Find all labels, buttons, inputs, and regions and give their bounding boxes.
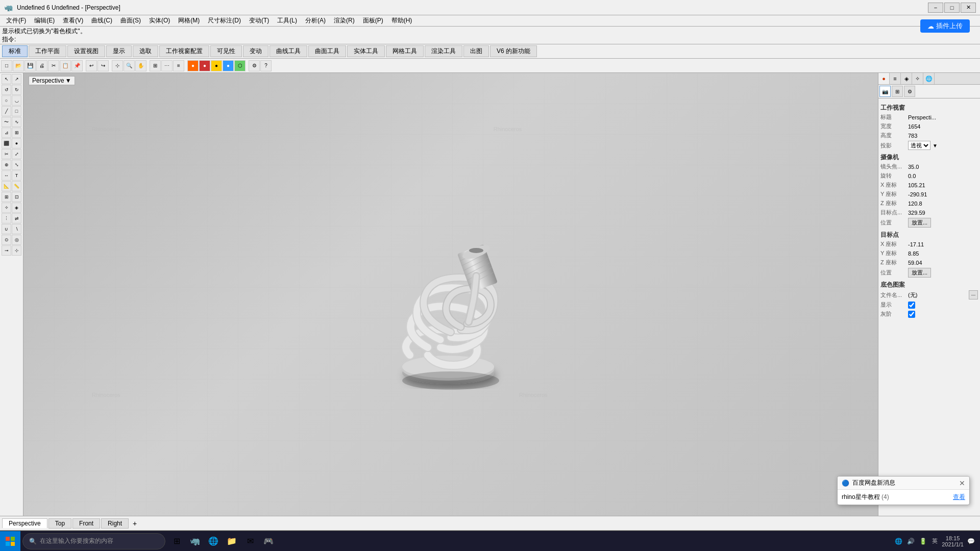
toolbar-tab-6[interactable]: 可见性 [210, 45, 242, 57]
analyze-tool[interactable]: 📐 [2, 181, 11, 191]
zoom-icon[interactable]: 🔍 [124, 60, 135, 71]
toolbar-tab-1[interactable]: 工作平面 [29, 45, 66, 57]
detail-tool[interactable]: ⊸ [2, 245, 11, 256]
circle-tool[interactable]: ○ [2, 95, 11, 106]
mirror-tool[interactable]: ⇌ [12, 213, 21, 223]
text-tool[interactable]: T [12, 170, 21, 181]
taskbar-explorer[interactable]: 📁 [223, 532, 241, 550]
toolbar-tab-5[interactable]: 工作视窗配置 [159, 45, 209, 57]
spline-tool[interactable]: ∿ [12, 117, 21, 127]
paste-icon[interactable]: 📌 [71, 60, 83, 71]
trim-tool[interactable]: ✂ [2, 149, 11, 159]
toolbar-tab-2[interactable]: 设置视图 [67, 45, 105, 57]
add-viewport-button[interactable]: + [130, 518, 140, 529]
toolbar-tab-10[interactable]: 实体工具 [347, 45, 385, 57]
line-tool[interactable]: ╱ [2, 106, 11, 116]
menu-item-变动T[interactable]: 变动(T) [245, 15, 273, 26]
toolbar-tab-12[interactable]: 渲染工具 [425, 45, 462, 57]
taskbar-steam[interactable]: 🎮 [259, 532, 278, 550]
menu-item-渲染R[interactable]: 渲染(R) [330, 15, 359, 26]
viewport[interactable]: Rhinoceros Rhinoceros Rhinoceros Rhinoce… [23, 73, 878, 516]
misc2-icon[interactable]: ? [260, 60, 272, 71]
menu-item-面板P[interactable]: 面板(P) [359, 15, 387, 26]
rp-display-checkbox[interactable] [908, 302, 915, 309]
rp-grid-icon[interactable]: ⊞ [892, 86, 903, 97]
menu-item-编辑E[interactable]: 编辑(E) [30, 15, 59, 26]
maximize-button[interactable]: □ [944, 3, 960, 13]
rp-tab-layer[interactable]: ≡ [890, 73, 901, 84]
extend-tool[interactable]: ⤢ [12, 149, 21, 159]
rotate2d-tool[interactable]: ↺ [2, 85, 11, 95]
new-icon[interactable]: □ [1, 60, 12, 71]
zoom-ext-tool[interactable]: ⊙ [2, 235, 11, 245]
zoom-sel-tool[interactable]: ◎ [12, 235, 21, 245]
language-indicator[interactable]: 英 [930, 537, 940, 545]
notification-link[interactable]: 查看 [953, 493, 965, 500]
taskbar-search-box[interactable]: 🔍 在这里输入你要搜索的内容 [22, 533, 165, 549]
taskbar-chrome[interactable]: 🌐 [204, 532, 223, 550]
menu-item-尺寸标注D[interactable]: 尺寸标注(D) [204, 15, 245, 26]
render-tool[interactable]: ✧ [2, 203, 11, 213]
viewport-tab-front[interactable]: Front [72, 518, 100, 529]
rect-tool[interactable]: □ [12, 106, 21, 116]
layout-tool[interactable]: ⊹ [12, 245, 21, 256]
surface-tool[interactable]: ⊿ [2, 128, 11, 138]
measure-tool[interactable]: 📏 [12, 181, 21, 191]
toolbar-tab-9[interactable]: 曲面工具 [308, 45, 346, 57]
menu-item-文件F[interactable]: 文件(F) [2, 15, 30, 26]
toolbar-tab-11[interactable]: 网格工具 [386, 45, 424, 57]
battery-icon[interactable]: 🔋 [918, 536, 928, 546]
rp-more-button[interactable]: ··· [969, 290, 978, 299]
close-button[interactable]: ✕ [961, 3, 976, 13]
toolbar-tab-3[interactable]: 显示 [106, 45, 132, 57]
rp-tab-color[interactable]: ● [878, 73, 890, 84]
rp-pos-button[interactable]: 放置... [908, 218, 931, 228]
mesh-tool[interactable]: ⊞ [12, 128, 21, 138]
misc1-icon[interactable]: ⚙ [249, 60, 260, 71]
viewport-tab-perspective[interactable]: Perspective [2, 518, 47, 528]
rp-settings-icon[interactable]: ⚙ [904, 86, 915, 97]
subobj-tool[interactable]: ↗ [12, 74, 21, 84]
menu-item-网格M[interactable]: 网格(M) [174, 15, 204, 26]
copy-icon[interactable]: 📋 [60, 60, 71, 71]
grid-icon[interactable]: ⊞ [150, 60, 161, 71]
layer-icon[interactable]: ≡ [173, 60, 184, 71]
box-tool[interactable]: ⬛ [2, 138, 11, 148]
render-icon[interactable]: ● [187, 60, 199, 71]
bake-tool[interactable]: ◈ [12, 203, 21, 213]
group-tool[interactable]: ⊡ [12, 192, 21, 202]
notification-close-button[interactable]: ✕ [959, 479, 965, 487]
print-icon[interactable]: 🖨 [36, 60, 47, 71]
diff-tool[interactable]: ∖ [12, 224, 21, 234]
undo-icon[interactable]: ↩ [86, 60, 97, 71]
rp-tab-render[interactable]: ◈ [901, 73, 912, 84]
cut-icon[interactable]: ✂ [48, 60, 59, 71]
rotate3d-tool[interactable]: ↻ [12, 85, 21, 95]
scale-tool[interactable]: ⤡ [12, 160, 21, 170]
menu-item-实体O[interactable]: 实体(O) [145, 15, 174, 26]
material-icon[interactable]: ● [199, 60, 210, 71]
open-icon[interactable]: 📂 [13, 60, 24, 71]
menu-item-曲线C[interactable]: 曲线(C) [87, 15, 116, 26]
rp-proj-select[interactable]: 透视 [908, 141, 930, 150]
grid2-tool[interactable]: ⊞ [2, 192, 11, 202]
start-button[interactable] [0, 531, 20, 552]
freeform-tool[interactable]: 〜 [2, 117, 11, 127]
toolbar-tab-7[interactable]: 变动 [243, 45, 268, 57]
toolbar-tab-0[interactable]: 标准 [2, 45, 28, 57]
rp-camera-icon[interactable]: 📷 [879, 86, 891, 97]
upload-button[interactable]: ☁ 插件上传 [920, 19, 970, 33]
light-icon[interactable]: ● [211, 60, 222, 71]
menu-item-曲面S[interactable]: 曲面(S) [116, 15, 145, 26]
union-tool[interactable]: ∪ [2, 224, 11, 234]
select-tool[interactable]: ↖ [2, 74, 11, 84]
toolbar-tab-4[interactable]: 选取 [133, 45, 158, 57]
rp-gray-checkbox[interactable] [908, 311, 915, 318]
toolbar-tab-13[interactable]: 出图 [463, 45, 489, 57]
notification-area-icon[interactable]: 💬 [966, 536, 976, 546]
menu-item-查看V[interactable]: 查看(V) [59, 15, 87, 26]
arc-tool[interactable]: ◡ [12, 95, 21, 106]
toolbar-tab-14[interactable]: V6 的新功能 [490, 45, 537, 57]
dim-tool[interactable]: ↔ [2, 170, 11, 181]
volume-icon[interactable]: 🔊 [905, 536, 916, 546]
